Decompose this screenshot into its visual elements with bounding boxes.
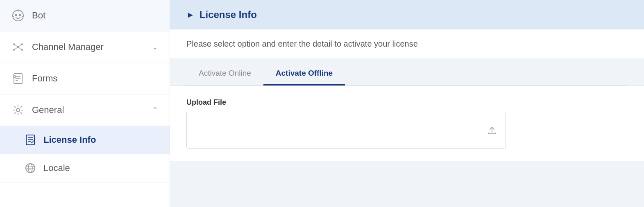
tab-activate-offline[interactable]: Activate Offline: [263, 62, 345, 86]
page-header: ► License Info: [170, 0, 644, 29]
svg-point-1: [15, 14, 17, 16]
chevron-up-icon: ⌃: [152, 106, 158, 115]
sidebar-item-forms[interactable]: Forms: [0, 63, 170, 94]
svg-rect-20: [14, 76, 16, 78]
sidebar-item-locale[interactable]: Locale: [0, 154, 170, 182]
channel-icon: [11, 40, 25, 54]
tab-content-offline: Upload File: [170, 86, 644, 161]
page-title: License Info: [200, 9, 257, 20]
svg-line-14: [14, 47, 18, 50]
svg-line-12: [14, 44, 18, 47]
sidebar-item-channel-manager[interactable]: Channel Manager ⌄: [0, 32, 170, 63]
upload-icon: [487, 125, 497, 135]
expand-arrow-icon: ►: [186, 10, 195, 20]
description-bar: Please select option and enter the detai…: [170, 29, 644, 59]
svg-line-15: [18, 47, 22, 50]
upload-file-box[interactable]: [186, 112, 506, 148]
sidebar-item-locale-label: Locale: [43, 163, 70, 173]
tabs-container: Activate Online Activate Offline: [170, 59, 644, 86]
svg-point-0: [13, 10, 23, 21]
forms-icon: [11, 72, 25, 85]
sidebar-item-bot[interactable]: Bot: [0, 0, 170, 32]
main-content: ► License Info Please select option and …: [170, 0, 644, 207]
sidebar-item-license-info[interactable]: License Info: [0, 126, 170, 154]
sidebar-item-general[interactable]: General ⌃: [0, 94, 170, 126]
sidebar-item-channel-manager-label: Channel Manager: [32, 42, 104, 52]
upload-file-label: Upload File: [186, 98, 628, 107]
gear-icon: [11, 104, 25, 117]
svg-rect-22: [26, 135, 34, 145]
svg-point-21: [16, 108, 20, 112]
description-text: Please select option and enter the detai…: [186, 39, 418, 48]
license-icon: [25, 134, 36, 146]
sidebar-item-bot-label: Bot: [32, 10, 45, 21]
svg-point-4: [18, 9, 19, 11]
bot-icon: [11, 9, 25, 22]
sidebar-item-forms-label: Forms: [32, 73, 57, 84]
sidebar: Bot Channel Manager ⌄: [0, 0, 170, 207]
chevron-down-icon: ⌄: [152, 43, 158, 52]
tabs-bar: Activate Online Activate Offline: [186, 59, 628, 86]
sidebar-item-general-label: General: [32, 105, 64, 115]
tab-activate-online[interactable]: Activate Online: [186, 62, 263, 86]
sidebar-item-license-info-label: License Info: [43, 135, 96, 145]
svg-point-2: [19, 14, 21, 16]
svg-line-13: [18, 44, 22, 47]
globe-icon: [25, 162, 36, 174]
